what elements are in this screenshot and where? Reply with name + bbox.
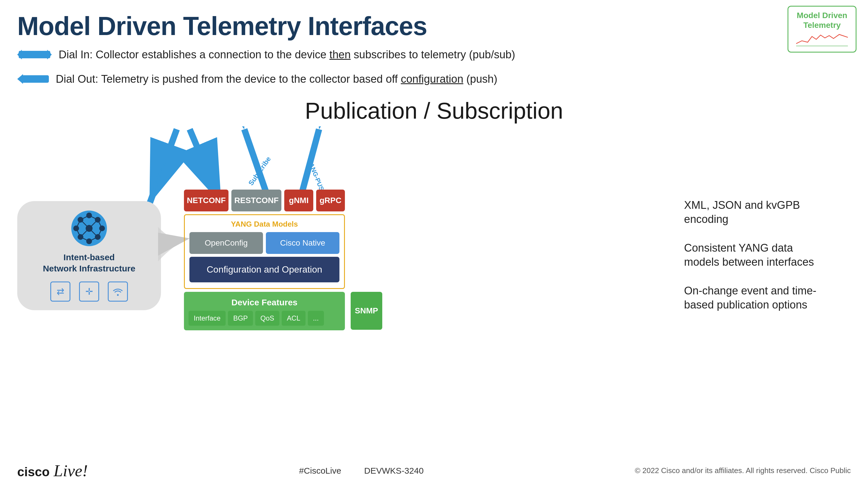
tag-acl: ACL xyxy=(282,311,306,326)
dial-out-text: Dial Out: Telemetry is pushed from the d… xyxy=(56,73,497,85)
hashtag: #CiscoLive xyxy=(299,466,341,476)
badge-chart xyxy=(794,32,850,48)
desc-yang: Consistent YANG datamodels between inter… xyxy=(684,241,851,269)
cisco-native-btn: Cisco Native xyxy=(266,232,339,254)
yang-label: YANG Data Models xyxy=(189,220,339,229)
svg-rect-3 xyxy=(19,51,50,58)
right-descriptions: XML, JSON and kvGPBencoding Consistent Y… xyxy=(684,198,851,326)
cisco-live-logo: cisco Live! xyxy=(17,461,88,480)
desc-event: On-change event and time-based publicati… xyxy=(684,284,851,312)
feature-tags: Interface BGP QoS ACL ... xyxy=(189,311,340,326)
device-features-container: Device Features Interface BGP QoS ACL ..… xyxy=(184,292,345,330)
tag-interface: Interface xyxy=(189,311,226,326)
dial-in-text: Dial In: Collector establishes a connect… xyxy=(59,48,515,61)
config-op-btn: Configuration and Operation xyxy=(189,257,339,282)
gnmi-btn: gNMI xyxy=(284,190,313,212)
footer: cisco Live! #CiscoLive DEVWKS-3240 © 202… xyxy=(0,461,868,480)
yang-box: YANG Data Models OpenConfig Cisco Native… xyxy=(184,214,345,289)
dial-out-arrow xyxy=(17,72,49,86)
device-features-label: Device Features xyxy=(189,298,340,307)
svg-rect-6 xyxy=(22,75,49,83)
wifi-icon xyxy=(108,282,128,301)
page-title: Model Driven Telemetry Interfaces xyxy=(17,11,427,41)
yang-row: OpenConfig Cisco Native xyxy=(189,232,339,254)
badge-container: Model Driven Telemetry xyxy=(787,6,857,53)
device-features-box: Device Features Interface BGP QoS ACL ..… xyxy=(184,292,345,330)
exchange-icon: ⇄ xyxy=(50,282,70,301)
badge-title-line1: Model Driven xyxy=(794,11,850,21)
protocol-row: NETCONF RESTCONF gNMI gRPC xyxy=(184,190,345,212)
tag-qos: QoS xyxy=(255,311,279,326)
desc-encoding: XML, JSON and kvGPBencoding xyxy=(684,198,851,227)
svg-marker-7 xyxy=(17,74,23,84)
restconf-btn: RESTCONF xyxy=(231,190,281,212)
pubsub-title: Publication / Subscription xyxy=(0,98,868,124)
dial-in-arrow xyxy=(17,47,52,62)
svg-point-41 xyxy=(117,294,119,296)
copyright: © 2022 Cisco and/or its affiliates. All … xyxy=(635,466,851,475)
badge-title-line2: Telemetry xyxy=(794,21,850,30)
openconfig-btn: OpenConfig xyxy=(189,232,263,254)
tag-ellipsis: ... xyxy=(308,311,324,326)
network-icon xyxy=(70,210,108,247)
protocol-stack: NETCONF RESTCONF gNMI gRPC YANG Data Mod… xyxy=(184,190,345,330)
session-id: DEVWKS-3240 xyxy=(364,466,424,476)
grpc-btn: gRPC xyxy=(316,190,345,212)
tag-bgp: BGP xyxy=(228,311,253,326)
dial-out-row: Dial Out: Telemetry is pushed from the d… xyxy=(17,72,497,86)
diagram-area: Intent-basedNetwork Infrastructure ⇄ ✛ N… xyxy=(17,143,362,402)
footer-center: #CiscoLive DEVWKS-3240 xyxy=(299,466,423,476)
infra-label: Intent-basedNetwork Infrastructure xyxy=(43,252,135,274)
infra-icons: ⇄ ✛ xyxy=(50,282,128,301)
dial-in-row: Dial In: Collector establishes a connect… xyxy=(17,47,515,62)
infra-blob: Intent-basedNetwork Infrastructure ⇄ ✛ xyxy=(17,201,161,310)
snmp-box: SNMP xyxy=(351,292,382,330)
move-icon: ✛ xyxy=(79,282,99,301)
netconf-btn: NETCONF xyxy=(184,190,228,212)
